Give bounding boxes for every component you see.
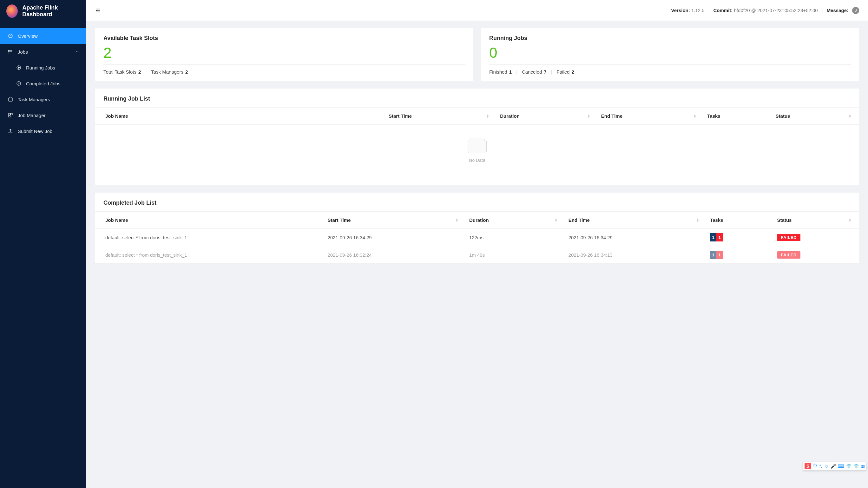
finished-label: Finished [489, 69, 507, 74]
app-title: Apache Flink Dashboard [22, 4, 80, 18]
sort-icon: ▲▼ [696, 218, 699, 222]
cell-tasks: 11 [707, 246, 774, 264]
dashboard-icon [8, 33, 13, 38]
table-row[interactable]: default: select * from doris_test_sink_1… [95, 229, 859, 246]
sidebar-item-submit-new-job[interactable]: Submit New Job [0, 123, 86, 139]
sidebar-item-label: Running Jobs [26, 65, 55, 70]
col-job-name[interactable]: Job Name [95, 212, 324, 229]
empty-text: No Data [95, 158, 859, 163]
svg-rect-16 [8, 116, 10, 117]
ime-skin-icon[interactable]: 👕 [846, 464, 851, 469]
flink-logo-icon [6, 4, 18, 18]
task-badge-failed: 1 [716, 251, 723, 259]
ime-lang[interactable]: 中 [813, 463, 817, 469]
failed-value: 2 [571, 69, 574, 74]
svg-rect-15 [11, 113, 12, 115]
ime-keyboard-icon[interactable]: ⌨ [838, 464, 844, 469]
col-end-time[interactable]: End Time▲▼ [565, 212, 707, 229]
message-count-badge[interactable]: 0 [852, 7, 859, 14]
topbar: Version: 1.12.5 | Commit: bfd0f20 @ 2021… [86, 0, 868, 21]
sidebar-item-label: Task Managers [18, 97, 50, 102]
sidebar: Apache Flink Dashboard Overview Jobs [0, 0, 86, 488]
canceled-value: 7 [544, 69, 546, 74]
svg-point-4 [8, 50, 8, 51]
chevron-up-icon [75, 50, 79, 54]
svg-point-6 [8, 53, 8, 53]
sidebar-item-label: Jobs [18, 49, 28, 55]
running-jobs-value: 0 [489, 43, 851, 65]
sort-icon: ▲▼ [587, 114, 590, 118]
sidebar-item-completed-jobs[interactable]: Completed Jobs [0, 75, 86, 91]
col-tasks[interactable]: Tasks [704, 108, 772, 125]
message-label: Message: [827, 8, 848, 13]
col-status[interactable]: Status▲▼ [774, 212, 859, 229]
col-start-time[interactable]: Start Time▲▼ [324, 212, 466, 229]
col-duration[interactable]: Duration▲▼ [466, 212, 565, 229]
task-badge-total: 1 [710, 233, 716, 241]
col-status[interactable]: Status▲▼ [773, 108, 859, 125]
sidebar-item-job-manager[interactable]: Job Manager [0, 107, 86, 123]
check-circle-icon [16, 81, 22, 86]
task-managers-value: 2 [185, 69, 188, 74]
empty-icon [468, 141, 487, 153]
sidebar-menu: Overview Jobs Running Jobs [0, 22, 86, 139]
col-tasks[interactable]: Tasks [707, 212, 774, 229]
sidebar-item-overview[interactable]: Overview [0, 28, 86, 44]
sort-icon: ▲▼ [455, 218, 458, 222]
ime-emoji-icon[interactable]: ☺ [824, 464, 829, 469]
bars-icon [8, 49, 13, 54]
cell-duration: 122ms [466, 229, 565, 246]
col-duration[interactable]: Duration▲▼ [497, 108, 598, 125]
svg-rect-14 [8, 113, 10, 115]
svg-point-9 [17, 82, 21, 85]
sort-icon: ▲▼ [693, 114, 696, 118]
commit-label: Commit: [713, 8, 733, 13]
cell-status: FAILED [774, 229, 859, 246]
ime-tshirt-icon[interactable]: 👕 [854, 464, 859, 469]
sidebar-item-jobs[interactable]: Jobs [0, 44, 86, 60]
header-meta: Version: 1.12.5 | Commit: bfd0f20 @ 2021… [671, 7, 859, 14]
running-job-table: Job Name Start Time▲▼ Duration▲▼ End Tim… [95, 108, 859, 125]
cell-status: FAILED [774, 246, 859, 264]
version-value: 1.12.5 [691, 8, 705, 13]
cell-end-time: 2021-09-26 16:34:29 [565, 229, 707, 246]
panel-title: Completed Job List [95, 192, 859, 212]
sidebar-item-label: Submit New Job [18, 128, 52, 134]
cell-job-name: default: select * from doris_test_sink_1 [95, 246, 324, 264]
sidebar-item-label: Job Manager [18, 113, 46, 118]
cell-tasks: 11 [707, 229, 774, 246]
build-icon [8, 113, 13, 118]
cell-end-time: 2021-09-26 16:34:13 [565, 246, 707, 264]
finished-value: 1 [509, 69, 512, 74]
col-start-time[interactable]: Start Time▲▼ [385, 108, 497, 125]
ime-grid-icon[interactable]: ▦ [861, 464, 865, 469]
menu-fold-icon[interactable] [95, 8, 101, 13]
sort-icon: ▲▼ [848, 218, 851, 222]
sidebar-header: Apache Flink Dashboard [0, 0, 86, 22]
ime-logo-icon: S [805, 463, 811, 469]
main-area: Version: 1.12.5 | Commit: bfd0f20 @ 2021… [86, 0, 868, 488]
play-circle-icon [16, 65, 22, 70]
ime-mic-icon[interactable]: 🎤 [831, 464, 836, 469]
panel-title: Running Job List [95, 89, 859, 108]
ime-toolbar[interactable]: S 中 °, ☺ 🎤 ⌨ 👕 👕 ▦ [803, 462, 866, 470]
schedule-icon [8, 97, 13, 102]
completed-job-table: Job Name Start Time▲▼ Duration▲▼ End Tim… [95, 212, 859, 264]
task-badge-total: 1 [710, 251, 716, 259]
card-title: Running Jobs [489, 35, 851, 41]
table-row[interactable]: default: select * from doris_test_sink_1… [95, 246, 859, 264]
total-slots-label: Total Task Slots [103, 69, 136, 74]
content: Available Task Slots 2 Total Task Slots2… [86, 21, 868, 271]
ime-punct-icon[interactable]: °, [819, 464, 822, 469]
col-end-time[interactable]: End Time▲▼ [598, 108, 704, 125]
running-job-list-panel: Running Job List Job Name Start Time▲▼ D… [95, 89, 859, 185]
sidebar-item-running-jobs[interactable]: Running Jobs [0, 60, 86, 75]
sidebar-item-task-managers[interactable]: Task Managers [0, 91, 86, 107]
commit-value: bfd0f20 @ 2021-07-23T05:52:23+02:00 [734, 8, 818, 13]
version-label: Version: [671, 8, 690, 13]
svg-marker-8 [19, 67, 20, 68]
status-badge: FAILED [777, 251, 800, 258]
col-job-name[interactable]: Job Name [95, 108, 385, 125]
available-slots-value: 2 [103, 43, 465, 65]
sidebar-item-label: Overview [18, 33, 38, 39]
